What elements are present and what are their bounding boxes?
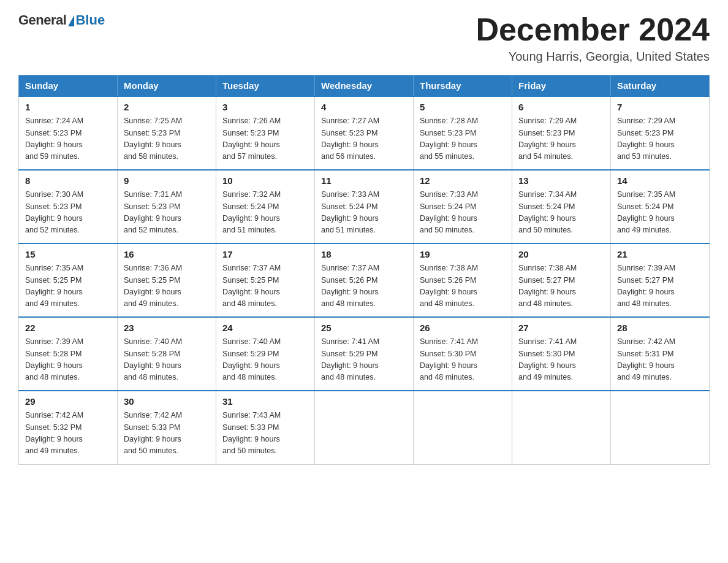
day-info: Sunrise: 7:29 AM Sunset: 5:23 PM Dayligh…	[518, 115, 604, 163]
calendar-cell: 7 Sunrise: 7:29 AM Sunset: 5:23 PM Dayli…	[611, 96, 710, 170]
day-number: 13	[518, 175, 604, 186]
day-info: Sunrise: 7:26 AM Sunset: 5:23 PM Dayligh…	[222, 115, 308, 163]
day-number: 26	[420, 323, 506, 333]
day-info: Sunrise: 7:37 AM Sunset: 5:25 PM Dayligh…	[222, 262, 308, 310]
col-monday: Monday	[118, 75, 216, 97]
day-number: 22	[25, 323, 111, 333]
calendar-cell: 15 Sunrise: 7:35 AM Sunset: 5:25 PM Dayl…	[19, 243, 118, 317]
day-number: 11	[321, 175, 407, 186]
calendar-cell: 12 Sunrise: 7:33 AM Sunset: 5:24 PM Dayl…	[414, 170, 512, 243]
calendar-cell: 19 Sunrise: 7:38 AM Sunset: 5:26 PM Dayl…	[414, 243, 512, 317]
day-info: Sunrise: 7:33 AM Sunset: 5:24 PM Dayligh…	[321, 189, 407, 237]
calendar-cell: 20 Sunrise: 7:38 AM Sunset: 5:27 PM Dayl…	[512, 243, 611, 317]
day-info: Sunrise: 7:27 AM Sunset: 5:23 PM Dayligh…	[321, 115, 407, 163]
title-block: December 2024 Young Harris, Georgia, Uni…	[476, 12, 710, 64]
day-number: 18	[321, 249, 407, 259]
day-number: 15	[25, 249, 111, 259]
day-info: Sunrise: 7:34 AM Sunset: 5:24 PM Dayligh…	[518, 189, 604, 237]
col-thursday: Thursday	[414, 75, 512, 97]
day-info: Sunrise: 7:39 AM Sunset: 5:27 PM Dayligh…	[617, 262, 703, 310]
calendar-cell: 14 Sunrise: 7:35 AM Sunset: 5:24 PM Dayl…	[611, 170, 710, 243]
day-info: Sunrise: 7:35 AM Sunset: 5:25 PM Dayligh…	[25, 262, 111, 310]
day-number: 19	[420, 249, 506, 259]
day-number: 3	[222, 102, 308, 112]
calendar-cell: 13 Sunrise: 7:34 AM Sunset: 5:24 PM Dayl…	[512, 170, 611, 243]
day-info: Sunrise: 7:33 AM Sunset: 5:24 PM Dayligh…	[420, 189, 506, 237]
day-number: 16	[124, 249, 210, 259]
calendar-cell: 26 Sunrise: 7:41 AM Sunset: 5:30 PM Dayl…	[414, 317, 512, 391]
day-info: Sunrise: 7:37 AM Sunset: 5:26 PM Dayligh…	[321, 262, 407, 310]
month-title: December 2024	[476, 12, 710, 47]
calendar-cell: 22 Sunrise: 7:39 AM Sunset: 5:28 PM Dayl…	[19, 317, 118, 391]
page-header: General Blue December 2024 Young Harris,…	[18, 12, 710, 64]
calendar-week-3: 15 Sunrise: 7:35 AM Sunset: 5:25 PM Dayl…	[19, 243, 710, 317]
day-info: Sunrise: 7:28 AM Sunset: 5:23 PM Dayligh…	[420, 115, 506, 163]
day-number: 31	[222, 396, 308, 407]
calendar-cell	[611, 391, 710, 464]
day-info: Sunrise: 7:35 AM Sunset: 5:24 PM Dayligh…	[617, 189, 703, 237]
day-number: 5	[420, 102, 506, 112]
calendar-cell: 17 Sunrise: 7:37 AM Sunset: 5:25 PM Dayl…	[216, 243, 315, 317]
day-info: Sunrise: 7:41 AM Sunset: 5:29 PM Dayligh…	[321, 336, 407, 384]
calendar-week-4: 22 Sunrise: 7:39 AM Sunset: 5:28 PM Dayl…	[19, 317, 710, 391]
day-number: 14	[617, 175, 703, 186]
calendar-cell: 6 Sunrise: 7:29 AM Sunset: 5:23 PM Dayli…	[512, 96, 611, 170]
calendar-cell: 9 Sunrise: 7:31 AM Sunset: 5:23 PM Dayli…	[118, 170, 216, 243]
day-number: 21	[617, 249, 703, 259]
day-number: 20	[518, 249, 604, 259]
calendar-cell: 30 Sunrise: 7:42 AM Sunset: 5:33 PM Dayl…	[118, 391, 216, 464]
col-tuesday: Tuesday	[216, 75, 315, 97]
day-number: 30	[124, 396, 210, 407]
day-number: 29	[25, 396, 111, 407]
day-info: Sunrise: 7:40 AM Sunset: 5:28 PM Dayligh…	[124, 336, 210, 384]
calendar-cell: 8 Sunrise: 7:30 AM Sunset: 5:23 PM Dayli…	[19, 170, 118, 243]
calendar-cell: 4 Sunrise: 7:27 AM Sunset: 5:23 PM Dayli…	[315, 96, 414, 170]
calendar-cell: 28 Sunrise: 7:42 AM Sunset: 5:31 PM Dayl…	[611, 317, 710, 391]
calendar-cell: 3 Sunrise: 7:26 AM Sunset: 5:23 PM Dayli…	[216, 96, 315, 170]
day-info: Sunrise: 7:38 AM Sunset: 5:26 PM Dayligh…	[420, 262, 506, 310]
col-sunday: Sunday	[19, 75, 118, 97]
calendar-cell: 2 Sunrise: 7:25 AM Sunset: 5:23 PM Dayli…	[118, 96, 216, 170]
day-number: 2	[124, 102, 210, 112]
calendar-cell	[512, 391, 611, 464]
calendar-cell	[414, 391, 512, 464]
logo-blue-text: Blue	[75, 12, 105, 28]
day-number: 8	[25, 175, 111, 186]
day-info: Sunrise: 7:43 AM Sunset: 5:33 PM Dayligh…	[222, 410, 308, 458]
calendar-cell: 5 Sunrise: 7:28 AM Sunset: 5:23 PM Dayli…	[414, 96, 512, 170]
calendar-cell: 31 Sunrise: 7:43 AM Sunset: 5:33 PM Dayl…	[216, 391, 315, 464]
day-number: 9	[124, 175, 210, 186]
calendar-cell: 16 Sunrise: 7:36 AM Sunset: 5:25 PM Dayl…	[118, 243, 216, 317]
calendar-header-row: Sunday Monday Tuesday Wednesday Thursday…	[19, 75, 710, 97]
day-info: Sunrise: 7:41 AM Sunset: 5:30 PM Dayligh…	[420, 336, 506, 384]
day-number: 17	[222, 249, 308, 259]
col-friday: Friday	[512, 75, 611, 97]
logo-general-text: General	[18, 12, 66, 28]
calendar-cell: 29 Sunrise: 7:42 AM Sunset: 5:32 PM Dayl…	[19, 391, 118, 464]
day-number: 7	[617, 102, 703, 112]
day-number: 27	[518, 323, 604, 333]
day-info: Sunrise: 7:41 AM Sunset: 5:30 PM Dayligh…	[518, 336, 604, 384]
calendar-cell: 18 Sunrise: 7:37 AM Sunset: 5:26 PM Dayl…	[315, 243, 414, 317]
day-info: Sunrise: 7:42 AM Sunset: 5:33 PM Dayligh…	[124, 410, 210, 458]
day-info: Sunrise: 7:24 AM Sunset: 5:23 PM Dayligh…	[25, 115, 111, 163]
logo: General Blue	[18, 12, 105, 28]
day-info: Sunrise: 7:36 AM Sunset: 5:25 PM Dayligh…	[124, 262, 210, 310]
day-number: 6	[518, 102, 604, 112]
calendar-week-1: 1 Sunrise: 7:24 AM Sunset: 5:23 PM Dayli…	[19, 96, 710, 170]
day-info: Sunrise: 7:31 AM Sunset: 5:23 PM Dayligh…	[124, 189, 210, 237]
day-number: 24	[222, 323, 308, 333]
calendar-cell: 23 Sunrise: 7:40 AM Sunset: 5:28 PM Dayl…	[118, 317, 216, 391]
day-number: 12	[420, 175, 506, 186]
day-number: 23	[124, 323, 210, 333]
calendar-cell: 1 Sunrise: 7:24 AM Sunset: 5:23 PM Dayli…	[19, 96, 118, 170]
day-number: 28	[617, 323, 703, 333]
col-saturday: Saturday	[611, 75, 710, 97]
day-info: Sunrise: 7:40 AM Sunset: 5:29 PM Dayligh…	[222, 336, 308, 384]
calendar-cell: 27 Sunrise: 7:41 AM Sunset: 5:30 PM Dayl…	[512, 317, 611, 391]
location-title: Young Harris, Georgia, United States	[476, 50, 710, 64]
day-info: Sunrise: 7:38 AM Sunset: 5:27 PM Dayligh…	[518, 262, 604, 310]
calendar-week-5: 29 Sunrise: 7:42 AM Sunset: 5:32 PM Dayl…	[19, 391, 710, 464]
day-info: Sunrise: 7:25 AM Sunset: 5:23 PM Dayligh…	[124, 115, 210, 163]
calendar-cell: 24 Sunrise: 7:40 AM Sunset: 5:29 PM Dayl…	[216, 317, 315, 391]
